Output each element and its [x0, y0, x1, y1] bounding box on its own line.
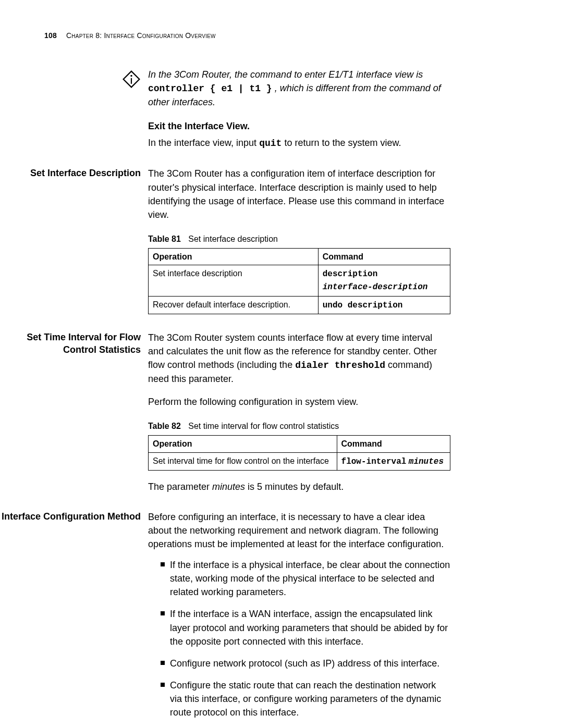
section-title: Set Interface Description: [0, 167, 148, 314]
section-body: The 3Com Router has a configuration item…: [148, 167, 450, 314]
cmd-text: description: [323, 269, 378, 279]
page: 108 Chapter 8: Interface Configuration O…: [0, 0, 563, 728]
info-icon-box: [0, 68, 148, 150]
note-text-a: In the 3Com Router, the command to enter…: [148, 69, 423, 80]
section-paragraph: The 3Com Router system counts interface …: [148, 331, 450, 386]
col-command: Command: [337, 436, 450, 452]
table-label: Table 81: [148, 235, 181, 243]
info-icon: [120, 68, 143, 150]
table-name: Set interface description: [188, 235, 278, 243]
section-paragraph: The parameter minutes is 5 minutes by de…: [148, 480, 450, 493]
page-number: 108: [44, 31, 57, 40]
p-em: minutes: [212, 482, 245, 492]
section-title: Interface Configuration Method: [0, 510, 148, 728]
p-text-b: is 5 minutes by default.: [248, 482, 344, 492]
exit-command: quit: [259, 138, 282, 149]
table-row: Set interface description description in…: [149, 265, 450, 296]
note-command: controller { e1 | t1 }: [148, 83, 272, 94]
note-text: In the 3Com Router, the command to enter…: [148, 68, 450, 150]
cell-command: flow-interval minutes: [337, 452, 450, 470]
cell-command: undo description: [318, 296, 450, 314]
note-block: In the 3Com Router, the command to enter…: [0, 68, 563, 150]
table-name: Set time interval for flow control stati…: [188, 422, 339, 430]
table-caption: Table 82 Set time interval for flow cont…: [148, 420, 450, 432]
section-body: The 3Com Router system counts interface …: [148, 331, 450, 493]
section-interface-config-method: Interface Configuration Method Before co…: [0, 510, 563, 728]
section-set-interface-description: Set Interface Description The 3Com Route…: [0, 167, 563, 314]
cell-command: description interface-description: [318, 265, 450, 296]
exit-heading: Exit the Interface View.: [148, 119, 450, 133]
cmd-arg: interface-description: [323, 282, 428, 292]
col-operation: Operation: [149, 249, 319, 265]
col-command: Command: [318, 249, 450, 265]
exit-text-a: In the interface view, input: [148, 138, 259, 148]
section-paragraph: Perform the following configuration in s…: [148, 395, 450, 409]
table-81: Operation Command Set interface descript…: [148, 248, 450, 314]
section-paragraph: The 3Com Router has a configuration item…: [148, 167, 450, 221]
cmd-arg: minutes: [409, 457, 444, 466]
p-text-a: The parameter: [148, 482, 212, 492]
cell-operation: Recover default interface description.: [149, 296, 319, 314]
section-body: Before configuring an interface, it is n…: [148, 510, 450, 728]
table-label: Table 82: [148, 422, 181, 430]
list-item: Configure network protocol (such as IP) …: [161, 657, 450, 670]
list-item: If the interface is a physical interface…: [161, 558, 450, 599]
chapter-title: Chapter 8: Interface Configuration Overv…: [66, 31, 216, 40]
section-paragraph: Before configuring an interface, it is n…: [148, 510, 450, 551]
table-row: Recover default interface description. u…: [149, 296, 450, 314]
exit-text: In the interface view, input quit to ret…: [148, 136, 450, 150]
list-item: If the interface is a WAN interface, ass…: [161, 607, 450, 648]
cmd-text: flow-interval: [341, 457, 407, 466]
list-item: Configure the static route that can reac…: [161, 678, 450, 719]
table-82: Operation Command Set interval time for …: [148, 435, 450, 470]
section-title: Set Time Interval for Flow Control Stati…: [0, 331, 148, 493]
cell-operation: Set interval time for flow control on th…: [149, 452, 337, 470]
cell-operation: Set interface description: [149, 265, 319, 296]
table-header-row: Operation Command: [149, 436, 450, 452]
svg-point-1: [130, 75, 132, 77]
exit-text-b: to return to the system view.: [284, 138, 401, 148]
bullet-list: If the interface is a physical interface…: [148, 558, 450, 728]
cmd-text: undo description: [323, 301, 403, 310]
table-row: Set interval time for flow control on th…: [149, 452, 450, 470]
section-flow-control: Set Time Interval for Flow Control Stati…: [0, 331, 563, 493]
page-header: 108 Chapter 8: Interface Configuration O…: [44, 31, 563, 40]
table-caption: Table 81 Set interface description: [148, 233, 450, 245]
col-operation: Operation: [149, 436, 337, 452]
inline-command: dialer threshold: [295, 360, 385, 371]
table-header-row: Operation Command: [149, 249, 450, 265]
